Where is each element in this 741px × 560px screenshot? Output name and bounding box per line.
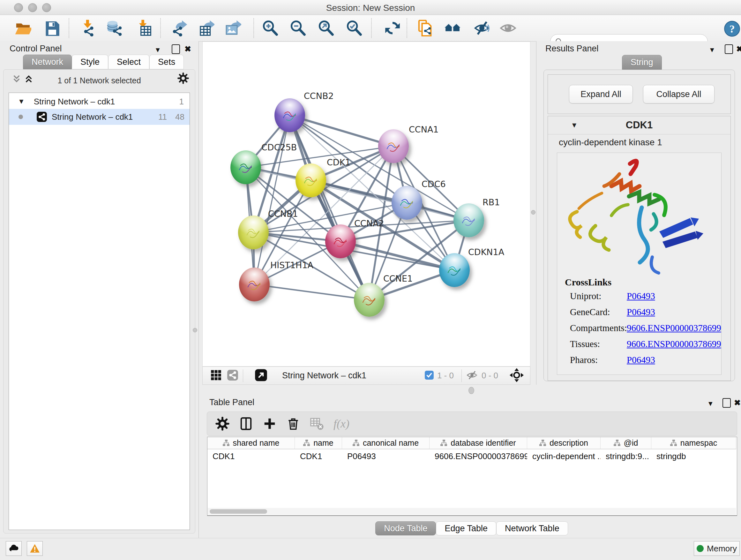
panel-menu-icon[interactable]: ▾	[156, 46, 160, 54]
network-node-hist1h1a[interactable]	[239, 267, 270, 301]
cloud-button[interactable]	[6, 541, 22, 556]
delete-column-trash-icon[interactable]	[285, 415, 301, 432]
expander-triangle-icon[interactable]: ▼	[18, 98, 25, 106]
node-table[interactable]: shared namenamecanonical namedatabase id…	[207, 437, 737, 516]
tab-style[interactable]: Style	[72, 55, 108, 69]
open-external-window-icon[interactable]	[255, 369, 267, 383]
table-cell[interactable]: CDK1	[207, 450, 295, 462]
zoom-selected-icon[interactable]	[345, 19, 363, 37]
fit-selection-crosshair-icon[interactable]	[510, 368, 524, 383]
network-tree-row[interactable]: String Network – cdk1 11 48	[9, 109, 190, 125]
network-node-cdc6[interactable]	[392, 186, 422, 220]
open-session-icon[interactable]	[14, 19, 32, 37]
table-settings-gear-icon[interactable]	[214, 415, 231, 432]
network-node-ccna1[interactable]	[378, 129, 409, 163]
save-session-icon[interactable]	[43, 19, 61, 37]
zoom-fit-icon[interactable]	[317, 19, 335, 37]
hidden-eye-icon[interactable]	[466, 369, 478, 382]
warning-icon	[29, 543, 40, 554]
crosslink-value-link[interactable]: P06493	[627, 307, 655, 317]
gear-icon[interactable]	[177, 72, 189, 85]
birds-eye-view-icon[interactable]	[210, 369, 222, 382]
panel-close-icon[interactable]: ✖	[736, 45, 741, 53]
panel-float-icon[interactable]	[172, 44, 180, 54]
hide-selection-icon[interactable]	[473, 19, 491, 37]
import-network-database-icon[interactable]	[105, 19, 123, 37]
column-header-sharedname[interactable]: shared name	[207, 437, 295, 449]
crosslink-value-link[interactable]: 9606.ENSP00000378699	[627, 323, 721, 333]
control-panel: Control Panel ▾ ✖ NetworkStyleSelectSets…	[0, 41, 199, 538]
expand-all-button[interactable]: Expand All	[569, 85, 633, 104]
refresh-view-icon[interactable]	[384, 19, 401, 37]
tab-sets[interactable]: Sets	[149, 55, 184, 69]
panel-float-icon[interactable]	[723, 398, 731, 408]
protein-ribbon-thumbnail	[384, 137, 403, 156]
splitter-handle[interactable]	[531, 210, 536, 214]
homes-icon[interactable]	[444, 19, 461, 37]
tab-network-table[interactable]: Network Table	[496, 521, 568, 536]
separator	[407, 18, 407, 38]
separator	[461, 369, 462, 382]
selected-checkbox-icon[interactable]	[424, 370, 434, 381]
node-label-ccnb2: CCNB2	[304, 91, 334, 101]
crosslink-value-link[interactable]: P06493	[627, 355, 655, 365]
table-cell[interactable]: stringdb:9...	[601, 450, 651, 462]
main-toolbar: ?	[0, 15, 741, 42]
import-table-file-icon[interactable]	[135, 19, 152, 37]
network-node-rb1[interactable]	[454, 203, 484, 237]
collapse-all-button[interactable]: Collapse All	[643, 85, 715, 104]
splitter-handle[interactable]	[468, 387, 474, 394]
network-overview-icon[interactable]	[227, 369, 239, 382]
network-node-cdk1[interactable]	[295, 164, 326, 197]
column-header-canonicalname[interactable]: canonical name	[342, 437, 429, 449]
import-network-file-icon[interactable]	[78, 19, 96, 37]
table-cell[interactable]: cyclin-dependent ...	[527, 450, 601, 462]
table-hscrollbar[interactable]	[208, 508, 736, 515]
export-network-icon[interactable]	[171, 19, 188, 37]
network-node-cdc25b[interactable]	[230, 150, 261, 184]
network-node-cdkn1a[interactable]	[439, 253, 470, 287]
network-tree-row[interactable]: ▼ String Network – cdk1 1	[9, 94, 190, 109]
column-header-namespac[interactable]: namespac	[651, 437, 736, 449]
panel-close-icon[interactable]: ✖	[185, 45, 191, 53]
create-column-plus-icon[interactable]	[261, 415, 278, 432]
crosslink-value-link[interactable]: P06493	[627, 291, 655, 301]
tab-edge-table[interactable]: Edge Table	[436, 521, 496, 536]
panel-float-icon[interactable]	[725, 44, 733, 54]
node-result-header[interactable]: ▾ CDK1	[548, 116, 731, 134]
table-cell[interactable]: P06493	[342, 450, 429, 462]
tab-string[interactable]: String	[622, 55, 662, 70]
table-cell[interactable]: 9606.ENSP00000378699	[429, 450, 527, 462]
table-cell[interactable]: stringdb	[651, 450, 736, 462]
duplicate-network-icon[interactable]	[417, 19, 434, 37]
tab-select[interactable]: Select	[108, 55, 149, 69]
column-header-description[interactable]: description	[527, 437, 601, 449]
warnings-button[interactable]	[27, 541, 43, 556]
column-header-name[interactable]: name	[295, 437, 342, 449]
column-header-id[interactable]: @id	[601, 437, 651, 449]
column-header-databaseidentifier[interactable]: database identifier	[429, 437, 527, 449]
tab-node-table[interactable]: Node Table	[375, 521, 436, 536]
network-node-ccnb2[interactable]	[274, 98, 305, 132]
tab-network[interactable]: Network	[23, 55, 72, 69]
export-table-icon[interactable]	[197, 19, 215, 37]
table-cell[interactable]: CDK1	[295, 450, 342, 462]
show-all-eye-icon[interactable]	[499, 19, 517, 37]
splitter-handle[interactable]	[193, 328, 197, 332]
zoom-in-icon[interactable]	[261, 19, 279, 37]
network-node-ccne1[interactable]	[354, 283, 385, 317]
help-button[interactable]: ?	[723, 20, 741, 38]
crosslink-value-link[interactable]: 9606.ENSP00000378699	[627, 339, 721, 349]
zoom-out-icon[interactable]	[289, 19, 307, 37]
panel-close-icon[interactable]: ✖	[734, 399, 741, 407]
export-image-icon[interactable]	[224, 19, 242, 37]
network-node-ccna2[interactable]	[325, 225, 356, 258]
memory-status-dot	[697, 545, 704, 552]
panel-menu-icon[interactable]: ▾	[709, 399, 713, 408]
memory-button[interactable]: Memory	[694, 541, 740, 556]
show-columns-icon[interactable]	[238, 415, 254, 432]
scrollbar-thumb[interactable]	[210, 509, 267, 514]
panel-menu-icon[interactable]: ▾	[710, 46, 714, 54]
network-node-ccnb1[interactable]	[238, 215, 269, 249]
network-canvas[interactable]: CCNB2CCNA1CDC25BCDK1CDC6RB1CCNB1CCNA2CDK…	[202, 42, 530, 367]
